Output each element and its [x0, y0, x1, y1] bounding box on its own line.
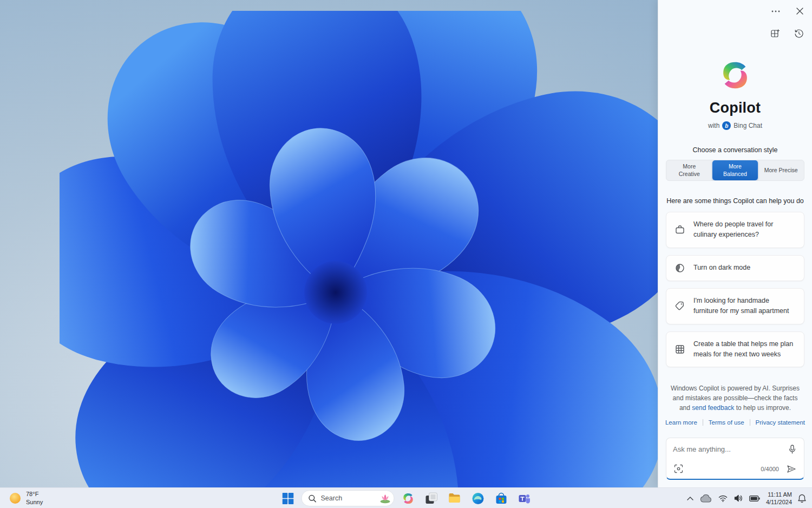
tag-icon: [675, 301, 685, 311]
more-options-icon[interactable]: [770, 9, 781, 14]
taskbar-app-store[interactable]: [492, 489, 511, 507]
store-icon: [495, 492, 507, 505]
ai-disclaimer: Windows Copilot is powered by AI. Surpri…: [669, 383, 801, 413]
lotus-icon: [379, 492, 392, 505]
briefcase-icon: [675, 224, 685, 235]
bing-icon: b: [722, 121, 731, 130]
screen: Copilot with b Bing Chat Choose a conver…: [0, 0, 812, 508]
suggestion-card-meal-table[interactable]: Create a table that helps me plan meals …: [666, 331, 804, 368]
privacy-statement-link[interactable]: Privacy statement: [756, 419, 805, 426]
battery-icon[interactable]: [749, 495, 761, 502]
start-button[interactable]: [278, 489, 298, 507]
close-icon[interactable]: [795, 6, 804, 16]
copilot-logo: [719, 60, 751, 91]
dark-theme-icon: [675, 263, 685, 273]
character-counter: 0/4000: [761, 466, 779, 472]
volume-icon[interactable]: [734, 494, 743, 503]
suggestion-card-furniture[interactable]: I'm looking for handmade furniture for m…: [666, 288, 804, 324]
style-more-precise[interactable]: More Precise: [758, 160, 804, 180]
table-icon: [675, 344, 685, 355]
chat-input-box: 0/4000: [666, 438, 804, 480]
send-icon[interactable]: [785, 464, 797, 474]
style-more-balanced[interactable]: More Balanced: [712, 160, 758, 180]
teams-icon: [518, 492, 531, 505]
suggestion-text: Where do people travel for culinary expe…: [693, 219, 796, 240]
taskbar-app-file-explorer[interactable]: [445, 489, 464, 507]
weather-temperature: 78°F: [26, 490, 43, 498]
suggestion-card-dark-mode[interactable]: Turn on dark mode: [666, 255, 804, 281]
taskbar-app-edge[interactable]: [468, 489, 488, 507]
conversation-style-heading: Choose a conversation style: [658, 146, 812, 154]
style-more-creative[interactable]: More Creative: [666, 160, 712, 180]
tray-time: 11:11 AM: [766, 491, 792, 498]
suggestions-heading: Here are some things Copilot can help yo…: [658, 197, 812, 205]
search-input[interactable]: [321, 494, 375, 502]
taskbar-app-copilot[interactable]: [398, 489, 418, 507]
divider: [703, 419, 703, 426]
sun-icon: [9, 492, 22, 505]
history-icon[interactable]: [793, 28, 804, 39]
disclaimer-text: to help us improve.: [734, 404, 791, 412]
weather-condition: Sunny: [26, 498, 43, 506]
bell-icon[interactable]: [797, 493, 807, 503]
notebook-icon[interactable]: [770, 28, 781, 39]
suggestion-card-travel[interactable]: Where do people travel for culinary expe…: [666, 212, 804, 248]
edge-icon: [472, 492, 484, 505]
subtitle-brand: Bing Chat: [734, 122, 762, 129]
conversation-style-toggle: More Creative More Balanced More Precise: [666, 160, 804, 181]
taskbar-app-teams[interactable]: [515, 489, 534, 507]
send-feedback-link[interactable]: send feedback: [692, 404, 734, 412]
copilot-title: Copilot: [658, 100, 812, 116]
file-explorer-icon: [448, 492, 461, 505]
divider: [750, 419, 750, 426]
screenshot-icon[interactable]: [673, 463, 684, 474]
ask-me-anything-input[interactable]: [673, 445, 783, 453]
suggestion-text: Create a table that helps me plan meals …: [693, 339, 796, 360]
copilot-taskbar-icon: [402, 492, 414, 505]
chevron-up-icon[interactable]: [686, 496, 694, 501]
footer-links: Learn more Terms of use Privacy statemen…: [658, 419, 812, 426]
learn-more-link[interactable]: Learn more: [665, 419, 697, 426]
taskbar-search[interactable]: [302, 490, 395, 506]
subtitle-prefix: with: [708, 122, 719, 129]
bloom-wallpaper-art: [60, 11, 671, 487]
wifi-icon[interactable]: [718, 494, 728, 503]
windows-icon: [282, 493, 293, 504]
cloud-icon[interactable]: [699, 494, 712, 503]
taskbar: 78°F Sunny: [0, 487, 812, 508]
taskbar-app-task-view[interactable]: [422, 489, 441, 507]
task-view-icon: [425, 492, 437, 505]
magnifier-icon: [309, 494, 317, 503]
copilot-subtitle: with b Bing Chat: [658, 121, 812, 130]
tray-date: 4/11/2024: [766, 498, 792, 506]
copilot-panel: Copilot with b Bing Chat Choose a conver…: [658, 0, 812, 487]
weather-widget[interactable]: 78°F Sunny: [3, 488, 48, 508]
suggestion-text: I'm looking for handmade furniture for m…: [693, 296, 796, 317]
mic-icon[interactable]: [787, 444, 797, 455]
clock[interactable]: 11:11 AM 4/11/2024: [766, 491, 792, 506]
terms-of-use-link[interactable]: Terms of use: [709, 419, 744, 426]
suggestion-text: Turn on dark mode: [693, 263, 750, 273]
